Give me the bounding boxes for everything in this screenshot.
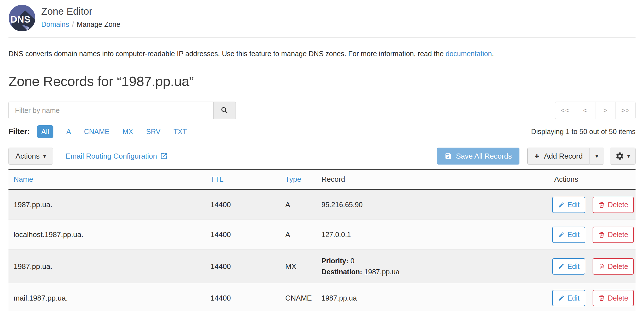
record-name: 1987.pp.ua. [8, 200, 210, 209]
record-actions: EditDelete [539, 227, 636, 243]
filter-option-cname[interactable]: CNAME [84, 128, 110, 136]
delete-record-button[interactable]: Delete [593, 258, 634, 275]
record-type: A [285, 200, 321, 209]
breadcrumb-current: Manage Zone [77, 20, 120, 28]
gear-icon [615, 152, 624, 161]
intro-text: DNS converts domain names into computer-… [8, 49, 636, 59]
email-routing-link-label: Email Routing Configuration [66, 152, 157, 161]
first-page-button[interactable]: << [555, 102, 575, 119]
filter-options: AllACNAMEMXSRVTXT [37, 125, 187, 138]
delete-button-label: Delete [608, 201, 628, 209]
actions-dropdown-button[interactable]: Actions ▾ [8, 148, 53, 165]
delete-record-button[interactable]: Delete [593, 197, 634, 213]
trash-icon [598, 231, 605, 238]
pencil-icon [558, 202, 565, 208]
record-ttl: 14400 [210, 200, 285, 209]
table-row: 1987.pp.ua.14400A95.216.65.90EditDelete [8, 190, 636, 220]
record-value: 127.0.0.1 [321, 224, 539, 246]
pencil-icon [558, 263, 565, 270]
filter-option-srv[interactable]: SRV [146, 128, 160, 136]
pagination-group: <<<>>> [555, 102, 636, 119]
add-record-dropdown-toggle[interactable]: ▾ [589, 148, 604, 165]
dns-zone-editor-logo-icon: DNS [8, 5, 36, 32]
caret-down-icon: ▾ [595, 153, 598, 159]
header-divider [8, 37, 636, 38]
trash-icon [598, 202, 605, 208]
edit-button-label: Edit [567, 201, 580, 209]
edit-record-button[interactable]: Edit [552, 258, 585, 275]
record-actions: EditDelete [539, 290, 636, 306]
record-value-line: 1987.pp.ua [321, 293, 539, 304]
breadcrumb: Domains/Manage Zone [41, 20, 120, 29]
column-header-record: Record [321, 175, 539, 184]
last-page-button[interactable]: >> [615, 102, 636, 119]
delete-button-label: Delete [608, 262, 628, 271]
delete-record-button[interactable]: Delete [593, 227, 634, 243]
settings-button[interactable]: ▾ [610, 148, 636, 165]
column-header-type[interactable]: Type [285, 175, 321, 184]
edit-record-button[interactable]: Edit [552, 290, 585, 306]
email-routing-configuration-link[interactable]: Email Routing Configuration [66, 152, 168, 161]
save-all-records-button[interactable]: Save All Records [437, 148, 519, 165]
record-name: 1987.pp.ua. [8, 262, 210, 271]
page-header: DNS Zone Editor Domains/Manage Zone [8, 0, 636, 32]
column-header-name[interactable]: Name [8, 175, 210, 184]
record-value: 95.216.65.90 [321, 194, 539, 216]
intro-text-after: . [492, 50, 494, 58]
record-type: A [285, 230, 321, 239]
page-title: Zone Editor [41, 5, 120, 17]
next-page-button[interactable]: > [595, 102, 615, 119]
zone-records-body: 1987.pp.ua.14400A95.216.65.90EditDeletel… [8, 190, 636, 311]
save-icon [445, 152, 452, 160]
controls-row: <<<>>> [8, 102, 636, 119]
filter-by-name-input[interactable] [8, 102, 213, 119]
record-value-line: 95.216.65.90 [321, 199, 539, 210]
edit-record-button[interactable]: Edit [552, 227, 585, 243]
record-value-line: 127.0.0.1 [321, 229, 539, 240]
filter-row: Filter: AllACNAMEMXSRVTXT Displaying 1 t… [8, 125, 636, 138]
external-link-icon [160, 152, 168, 160]
record-ttl: 14400 [210, 262, 285, 271]
record-ttl: 14400 [210, 294, 285, 303]
search-icon [220, 106, 229, 115]
toolbar-right: Save All Records + Add Record ▾ ▾ [437, 148, 636, 165]
toolbar-row: Actions ▾ Email Routing Configuration Sa… [8, 148, 636, 165]
record-value-line: Priority: 0 [321, 255, 539, 266]
record-name: localhost.1987.pp.ua. [8, 230, 210, 239]
actions-button-label: Actions [16, 152, 40, 161]
prev-page-button[interactable]: < [575, 102, 595, 119]
record-actions: EditDelete [539, 258, 636, 275]
plus-icon: + [534, 152, 539, 160]
search-button[interactable] [213, 102, 236, 119]
column-header-ttl[interactable]: TTL [210, 175, 285, 184]
filter-option-txt[interactable]: TXT [173, 128, 187, 136]
search-group [8, 102, 236, 119]
svg-text:DNS: DNS [10, 14, 31, 25]
intro-text-before: DNS converts domain names into computer-… [8, 50, 446, 58]
zone-records-heading: Zone Records for “1987.pp.ua” [8, 73, 636, 89]
caret-down-icon: ▾ [627, 153, 630, 159]
add-record-label: Add Record [544, 152, 583, 161]
save-all-records-label: Save All Records [456, 152, 512, 161]
record-actions: EditDelete [539, 197, 636, 213]
record-value: Priority: 0Destination: 1987.pp.ua [321, 250, 539, 283]
delete-button-label: Delete [608, 294, 628, 302]
edit-button-label: Edit [567, 231, 580, 239]
record-value: 1987.pp.ua [321, 287, 539, 309]
header-text: Zone Editor Domains/Manage Zone [41, 5, 120, 29]
documentation-link[interactable]: documentation [446, 50, 492, 58]
zone-records-table: Name TTL Type Record Actions 1987.pp.ua.… [8, 169, 636, 311]
pencil-icon [558, 231, 565, 238]
add-record-button[interactable]: + Add Record [527, 148, 590, 165]
breadcrumb-domains-link[interactable]: Domains [41, 20, 69, 28]
filter-option-a[interactable]: A [66, 128, 71, 136]
display-status: Displaying 1 to 50 out of 50 items [531, 128, 636, 136]
filter-option-all[interactable]: All [37, 125, 53, 138]
filter-option-mx[interactable]: MX [123, 128, 133, 136]
delete-record-button[interactable]: Delete [593, 290, 634, 306]
record-name: mail.1987.pp.ua. [8, 294, 210, 303]
delete-button-label: Delete [608, 231, 628, 239]
table-row: mail.1987.pp.ua.14400CNAME1987.pp.uaEdit… [8, 283, 636, 311]
toolbar-left: Actions ▾ Email Routing Configuration [8, 148, 168, 165]
edit-record-button[interactable]: Edit [552, 197, 585, 213]
